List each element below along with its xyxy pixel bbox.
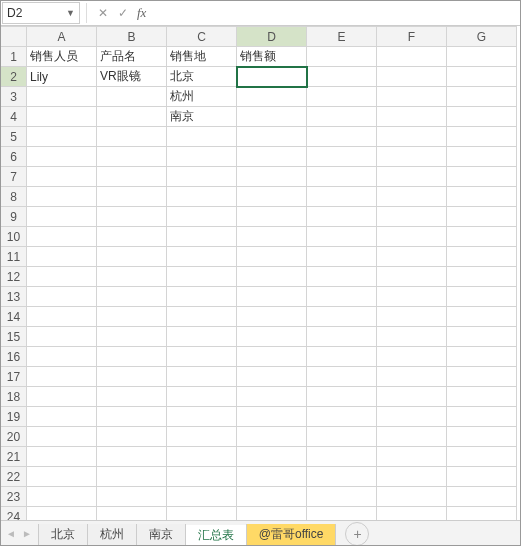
confirm-icon[interactable]: ✓ [113, 3, 133, 23]
cell[interactable] [167, 427, 237, 447]
cell[interactable] [307, 387, 377, 407]
cell[interactable] [377, 127, 447, 147]
cell[interactable] [97, 167, 167, 187]
cell[interactable] [97, 307, 167, 327]
cell[interactable] [377, 207, 447, 227]
cell[interactable] [167, 127, 237, 147]
column-header[interactable]: G [447, 27, 517, 47]
cell[interactable] [307, 247, 377, 267]
column-header[interactable]: D [237, 27, 307, 47]
fx-icon[interactable]: fx [137, 5, 146, 21]
row-header[interactable]: 18 [1, 387, 27, 407]
cell[interactable] [237, 87, 307, 107]
row-header[interactable]: 10 [1, 227, 27, 247]
cell[interactable] [97, 467, 167, 487]
cell[interactable] [447, 427, 517, 447]
cell[interactable] [97, 387, 167, 407]
sheet-tab[interactable]: @雷哥office [246, 524, 337, 546]
cell[interactable] [97, 107, 167, 127]
cell[interactable] [447, 467, 517, 487]
cell[interactable] [237, 67, 307, 87]
cell[interactable] [27, 247, 97, 267]
cell[interactable] [377, 107, 447, 127]
cell[interactable] [97, 127, 167, 147]
row-header[interactable]: 16 [1, 347, 27, 367]
cell[interactable] [447, 487, 517, 507]
chevron-down-icon[interactable]: ▼ [66, 8, 75, 18]
cell[interactable] [27, 507, 97, 521]
cell[interactable] [447, 407, 517, 427]
cell[interactable] [307, 367, 377, 387]
cell[interactable] [237, 187, 307, 207]
row-header[interactable]: 23 [1, 487, 27, 507]
cell[interactable] [27, 87, 97, 107]
cell[interactable] [447, 147, 517, 167]
cell[interactable] [167, 487, 237, 507]
sheet-tab[interactable]: 杭州 [87, 524, 137, 546]
cell[interactable] [377, 267, 447, 287]
row-header[interactable]: 11 [1, 247, 27, 267]
cell[interactable] [377, 247, 447, 267]
cell[interactable] [447, 107, 517, 127]
cell[interactable] [447, 287, 517, 307]
cell[interactable]: 销售额 [237, 47, 307, 67]
cell[interactable] [237, 227, 307, 247]
cell[interactable] [307, 447, 377, 467]
row-header[interactable]: 20 [1, 427, 27, 447]
cell[interactable] [167, 447, 237, 467]
cell[interactable] [237, 347, 307, 367]
cell[interactable]: 杭州 [167, 87, 237, 107]
cell[interactable] [167, 247, 237, 267]
cell[interactable] [27, 427, 97, 447]
cell[interactable] [237, 127, 307, 147]
cell[interactable] [447, 207, 517, 227]
cell[interactable] [377, 467, 447, 487]
tab-nav-next-icon[interactable]: ► [22, 528, 32, 539]
row-header[interactable]: 14 [1, 307, 27, 327]
row-header[interactable]: 15 [1, 327, 27, 347]
cell[interactable] [97, 327, 167, 347]
cell[interactable] [97, 447, 167, 467]
cell[interactable] [237, 327, 307, 347]
cell[interactable] [27, 407, 97, 427]
cell[interactable] [447, 87, 517, 107]
row-header[interactable]: 7 [1, 167, 27, 187]
cell[interactable] [97, 207, 167, 227]
cell[interactable]: 产品名 [97, 47, 167, 67]
cell[interactable] [27, 167, 97, 187]
cell[interactable] [447, 67, 517, 87]
cell[interactable] [27, 387, 97, 407]
row-header[interactable]: 5 [1, 127, 27, 147]
cell[interactable] [307, 267, 377, 287]
row-header[interactable]: 1 [1, 47, 27, 67]
cell[interactable] [97, 427, 167, 447]
cell[interactable] [167, 467, 237, 487]
cell[interactable]: 北京 [167, 67, 237, 87]
column-header[interactable]: A [27, 27, 97, 47]
cell[interactable] [27, 267, 97, 287]
cell[interactable] [377, 227, 447, 247]
tab-nav-prev-icon[interactable]: ◄ [6, 528, 16, 539]
cell[interactable] [97, 347, 167, 367]
cell[interactable] [377, 187, 447, 207]
cell[interactable] [307, 67, 377, 87]
cell[interactable] [447, 387, 517, 407]
cell[interactable] [377, 147, 447, 167]
cell[interactable] [447, 507, 517, 521]
cell[interactable] [377, 387, 447, 407]
cell[interactable] [167, 307, 237, 327]
cell[interactable] [27, 367, 97, 387]
cell[interactable]: Lily [27, 67, 97, 87]
cell[interactable] [27, 287, 97, 307]
cell[interactable] [307, 107, 377, 127]
row-header[interactable]: 2 [1, 67, 27, 87]
cell[interactable] [447, 307, 517, 327]
cell[interactable] [27, 107, 97, 127]
row-header[interactable]: 13 [1, 287, 27, 307]
cell[interactable] [167, 167, 237, 187]
cell[interactable] [377, 447, 447, 467]
cancel-icon[interactable]: ✕ [93, 3, 113, 23]
select-all-corner[interactable] [1, 27, 27, 47]
name-box[interactable]: D2 ▼ [2, 2, 80, 24]
cell[interactable] [307, 87, 377, 107]
